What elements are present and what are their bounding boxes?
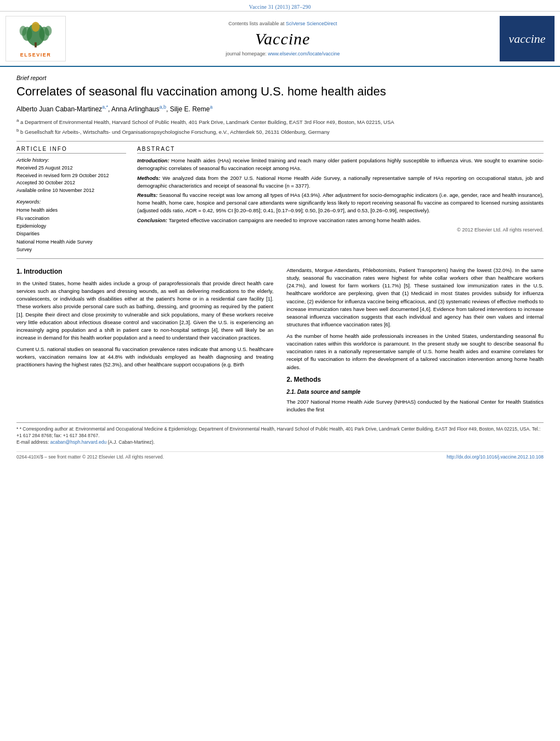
main-content: Brief report Correlates of seasonal flu …: [0, 67, 560, 470]
footnote-area: * * Corresponding author at: Environment…: [16, 422, 544, 446]
journal-center: Contents lists available at SciVerse Sci…: [66, 16, 500, 61]
authors: Alberto Juan Caban-Martineza,*, Anna Arl…: [16, 104, 544, 113]
methods-label: Methods:: [137, 175, 162, 181]
email-label: E-mail address:: [16, 439, 49, 445]
footnote-email: E-mail address: acaban@hsph.harvard.edu …: [16, 439, 544, 446]
affil-sup-a2: a: [210, 104, 212, 110]
body-two-col: 1. Introduction In the United States, ho…: [16, 267, 544, 417]
vaccine-logo-right: vaccine: [500, 16, 555, 61]
svg-point-3: [20, 26, 27, 36]
article-info-header: ARTICLE INFO: [16, 146, 126, 154]
vaccine-logo-text: vaccine: [508, 32, 545, 46]
article-dates: Received 25 August 2012 Received in revi…: [16, 165, 126, 194]
abstract-column: ABSTRACT Introduction: Home health aides…: [137, 146, 544, 253]
affil-sup-a: a,*: [102, 104, 108, 110]
svg-point-4: [45, 26, 52, 36]
body-section: 1. Introduction In the United States, ho…: [16, 267, 544, 417]
abstract-results: Results: Seasonal flu vaccine receipt wa…: [137, 191, 544, 214]
keywords-label: Keywords:: [16, 199, 126, 205]
abstract-methods: Methods: We analyzed data from the 2007 …: [137, 174, 544, 190]
keyword-4: Disparities: [16, 230, 126, 237]
keywords-list: Home health aides Flu vaccination Epidem…: [16, 206, 126, 253]
keyword-1: Home health aides: [16, 206, 126, 214]
online-date: Available online 10 November 2012: [16, 187, 126, 195]
section1-para1: In the United States, home health aides …: [16, 280, 274, 342]
elsevier-tree-icon: [16, 20, 55, 50]
journal-title: Vaccine: [255, 30, 310, 48]
doi-text: Vaccine 31 (2013) 287–290: [249, 4, 311, 10]
intro-label: Introduction:: [137, 157, 171, 163]
doi-link[interactable]: http://dx.doi.org/10.1016/j.vaccine.2012…: [446, 454, 544, 460]
conclusion-label: Conclusion:: [137, 217, 169, 223]
sciverse-line: Contents lists available at SciVerse Sci…: [228, 21, 337, 26]
separator-line: [16, 141, 544, 142]
journal-header: ELSEVIER Contents lists available at Sci…: [0, 12, 560, 67]
article-info-column: ARTICLE INFO Article history: Received 2…: [16, 146, 126, 253]
accepted-date: Accepted 30 October 2012: [16, 179, 126, 187]
body-col-right: Attendants, Morgue Attendants, Phlebotom…: [287, 267, 544, 417]
keyword-6: Survey: [16, 246, 126, 253]
revised-date: Received in revised form 29 October 2012: [16, 172, 126, 180]
sciverse-link[interactable]: SciVerse ScienceDirect: [286, 21, 337, 26]
article-title: Correlates of seasonal flu vaccination a…: [16, 84, 544, 99]
email-link[interactable]: acaban@hsph.harvard.edu: [50, 439, 106, 445]
section2-heading: 2. Methods: [287, 375, 544, 384]
section1-para2: Current U.S. national studies on seasona…: [16, 346, 274, 369]
abstract-header: ABSTRACT: [137, 146, 544, 154]
received-date: Received 25 August 2012: [16, 165, 126, 172]
copyright-line: © 2012 Elsevier Ltd. All rights reserved…: [137, 227, 544, 233]
elsevier-logo: ELSEVIER: [5, 16, 66, 61]
affil-sup-ab: a,b: [160, 104, 167, 110]
top-banner: Vaccine 31 (2013) 287–290: [0, 0, 560, 12]
article-info-abstract: ARTICLE INFO Article history: Received 2…: [16, 146, 544, 253]
affiliation-a: a a Department of Environmental Health, …: [16, 117, 544, 126]
homepage-link[interactable]: www.elsevier.com/locate/vaccine: [268, 51, 340, 56]
elsevier-label: ELSEVIER: [20, 52, 52, 58]
section1-heading: 1. Introduction: [16, 267, 274, 276]
affiliation-b: b b Gesellschaft für Arbeits-, Wirtschaf…: [16, 127, 544, 135]
abstract-text: Introduction: Home health aides (HAs) re…: [137, 157, 544, 224]
footnote-star: * * Corresponding author at: Environment…: [16, 426, 544, 439]
history-label: Article history:: [16, 157, 126, 163]
homepage-line: journal homepage: www.elsevier.com/locat…: [225, 51, 340, 56]
section1-para3: Attendants, Morgue Attendants, Phlebotom…: [287, 267, 544, 329]
bottom-bar: 0264-410X/$ – see front matter © 2012 El…: [16, 451, 544, 462]
section1-para4: As the number of home health aide profes…: [287, 332, 544, 371]
article-type: Brief report: [16, 75, 544, 81]
affiliations: a a Department of Environmental Health, …: [16, 117, 544, 135]
svg-point-6: [32, 22, 40, 32]
keyword-2: Flu vaccination: [16, 214, 126, 222]
section2-para1: The 2007 National Home Health Aide Surve…: [287, 398, 544, 414]
keyword-3: Epidemiology: [16, 222, 126, 230]
section2-subheading: 2.1. Data source and sample: [287, 388, 544, 396]
page-wrapper: Vaccine 31 (2013) 287–290 ELSEVIER Conte…: [0, 0, 560, 470]
issn-text: 0264-410X/$ – see front matter © 2012 El…: [16, 454, 164, 460]
abstract-introduction: Introduction: Home health aides (HAs) re…: [137, 157, 544, 172]
email-person: (A.J. Caban-Martinez).: [108, 439, 155, 445]
results-label: Results:: [137, 192, 159, 198]
abstract-conclusion: Conclusion: Targeted effective vaccinati…: [137, 217, 544, 224]
body-col-left: 1. Introduction In the United States, ho…: [16, 267, 274, 417]
svg-rect-5: [35, 42, 37, 47]
keyword-5: National Home Health Aide Survey: [16, 238, 126, 246]
separator-after-abstract: [16, 258, 544, 259]
